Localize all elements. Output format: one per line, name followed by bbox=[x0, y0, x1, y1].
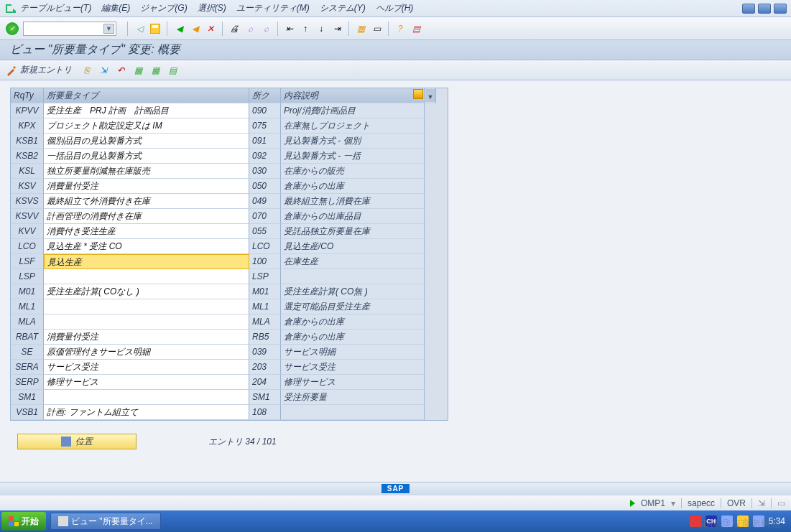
config-icon[interactable]: ▤ bbox=[166, 64, 179, 77]
first-page-icon[interactable]: ⇤ bbox=[283, 22, 296, 35]
help-icon[interactable]: ? bbox=[394, 22, 407, 35]
delete-icon[interactable]: ⇲ bbox=[97, 64, 110, 77]
row-key[interactable]: KSB1 bbox=[11, 134, 44, 149]
row-desc bbox=[281, 405, 425, 420]
row-type[interactable] bbox=[44, 299, 249, 314]
row-key[interactable]: LSP bbox=[11, 269, 44, 284]
menu-select[interactable]: 選択(S) bbox=[198, 2, 226, 14]
toggle-icon[interactable] bbox=[6, 65, 17, 76]
exit-yellow-icon[interactable]: ◀ bbox=[188, 22, 201, 35]
content-area: RqTy 所要量タイプ 所ク 内容説明 ▲ ▼ KPVV受注生産 PRJ 計画 … bbox=[0, 80, 791, 482]
row-type[interactable]: 修理サービス bbox=[44, 375, 249, 390]
row-type[interactable]: 計画管理の消費付き在庫 bbox=[44, 209, 249, 224]
main-toolbar: ✓ ◁ ◀ ◀ ✕ 🖨 ⌕ ⌕ ⇤ ↑ ↓ ⇥ ▦ ▭ ? ▤ bbox=[0, 17, 791, 40]
row-key[interactable]: MLA bbox=[11, 314, 44, 330]
find-icon[interactable]: ⌕ bbox=[244, 22, 256, 35]
layout-icon[interactable]: ⇲ bbox=[758, 498, 765, 508]
row-key[interactable]: KSL bbox=[11, 164, 44, 179]
shortcut-icon[interactable]: ▭ bbox=[370, 22, 383, 35]
menu-jump[interactable]: ジャンプ(G) bbox=[140, 2, 187, 14]
row-type[interactable]: 一括品目の見込製番方式 bbox=[44, 149, 249, 164]
back-green-icon[interactable]: ◀ bbox=[172, 22, 185, 35]
enter-icon[interactable]: ✓ bbox=[6, 22, 19, 35]
row-type[interactable]: 見込生産 * 受注 CO bbox=[44, 239, 249, 254]
row-type[interactable]: 消費量付受注 bbox=[44, 330, 249, 345]
row-key[interactable]: RBAT bbox=[11, 330, 44, 345]
row-type[interactable] bbox=[44, 390, 249, 405]
row-key[interactable]: SE bbox=[11, 345, 44, 360]
row-key[interactable]: SERP bbox=[11, 375, 44, 390]
vertical-scrollbar[interactable]: ▲ ▼ bbox=[425, 88, 436, 103]
new-session-icon[interactable]: ▦ bbox=[354, 22, 367, 35]
menu-tableview[interactable]: テーブルビュー(T) bbox=[20, 2, 91, 14]
row-key[interactable]: KSV bbox=[11, 179, 44, 194]
row-key[interactable]: LSF bbox=[11, 254, 44, 269]
back-icon[interactable]: ◁ bbox=[133, 22, 146, 35]
new-entries-button[interactable]: 新規エントリ bbox=[20, 64, 72, 76]
save-icon[interactable] bbox=[149, 22, 162, 35]
select-all-icon[interactable]: ▦ bbox=[131, 64, 144, 77]
options-icon[interactable]: ▭ bbox=[777, 498, 785, 508]
minimize-button[interactable] bbox=[742, 4, 755, 14]
row-type[interactable]: 見込生産 bbox=[44, 254, 249, 269]
page-title: ビュー "所要量タイプ" 変更: 概要 bbox=[0, 40, 791, 60]
session-indicator-icon[interactable] bbox=[630, 500, 635, 507]
row-type[interactable]: 受注生産 PRJ 計画 計画品目 bbox=[44, 103, 249, 118]
row-key[interactable]: LCO bbox=[11, 239, 44, 254]
row-type[interactable]: 消費付き受注生産 bbox=[44, 224, 249, 239]
row-type[interactable]: 原価管理付きサービス明細 bbox=[44, 345, 249, 360]
row-key[interactable]: KSVV bbox=[11, 209, 44, 224]
row-key[interactable]: SM1 bbox=[11, 390, 44, 405]
close-button[interactable] bbox=[774, 4, 787, 14]
cancel-red-icon[interactable]: ✕ bbox=[204, 22, 217, 35]
menu-utilities[interactable]: ユーティリティ(M) bbox=[236, 2, 310, 14]
row-key[interactable]: ML1 bbox=[11, 299, 44, 314]
menu-edit[interactable]: 編集(E) bbox=[101, 2, 130, 14]
col-header-type[interactable]: 所要量タイプ bbox=[44, 88, 249, 103]
command-field[interactable] bbox=[23, 22, 116, 36]
row-type[interactable]: 消費量付受注 bbox=[44, 179, 249, 194]
row-type[interactable]: 個別品目の見込製番方式 bbox=[44, 134, 249, 149]
row-type[interactable] bbox=[44, 314, 249, 330]
next-page-icon[interactable]: ↓ bbox=[315, 22, 328, 35]
row-type[interactable] bbox=[44, 269, 249, 284]
prev-page-icon[interactable]: ↑ bbox=[299, 22, 312, 35]
start-button[interactable]: 开始 bbox=[1, 512, 46, 531]
row-class: M01 bbox=[249, 284, 281, 299]
position-icon bbox=[61, 437, 71, 447]
row-desc: 倉庫からの出庫 bbox=[281, 179, 425, 194]
last-page-icon[interactable]: ⇥ bbox=[330, 22, 343, 35]
row-type[interactable]: 受注生産計算( COなし ) bbox=[44, 284, 249, 299]
col-header-desc[interactable]: 内容説明 bbox=[281, 88, 425, 103]
client-id: sapecc bbox=[688, 498, 715, 508]
row-class: 055 bbox=[249, 224, 281, 239]
column-settings-icon[interactable] bbox=[413, 89, 423, 99]
row-key[interactable]: KPVV bbox=[11, 103, 44, 118]
menu-system[interactable]: システム(Y) bbox=[320, 2, 366, 14]
col-header-class[interactable]: 所ク bbox=[249, 88, 281, 103]
maximize-button[interactable] bbox=[758, 4, 771, 14]
col-header-rqty[interactable]: RqTy bbox=[11, 88, 44, 103]
row-key[interactable]: VSB1 bbox=[11, 405, 44, 420]
row-type[interactable]: 最終組立て外消費付き在庫 bbox=[44, 194, 249, 209]
position-button[interactable]: 位置 bbox=[17, 434, 137, 449]
row-type[interactable]: プロジェクト勘定設定又は IM bbox=[44, 118, 249, 134]
undo-icon[interactable]: ↶ bbox=[114, 64, 127, 77]
scroll-down-icon[interactable]: ▼ bbox=[425, 92, 435, 102]
copy-icon[interactable]: ⎘ bbox=[80, 64, 93, 77]
row-key[interactable]: KSB2 bbox=[11, 149, 44, 164]
row-key[interactable]: KVV bbox=[11, 224, 44, 239]
row-type[interactable]: 計画: ファントム組立て bbox=[44, 405, 249, 420]
menu-help[interactable]: ヘルプ(H) bbox=[376, 2, 414, 14]
row-type[interactable]: 独立所要量削減無在庫販売 bbox=[44, 164, 249, 179]
deselect-all-icon[interactable]: ▦ bbox=[149, 64, 162, 77]
print-icon[interactable]: 🖨 bbox=[228, 22, 241, 35]
row-key[interactable]: KSVS bbox=[11, 194, 44, 209]
taskbar-item-sap[interactable]: ビュー "所要量タイ... bbox=[50, 513, 161, 530]
row-type[interactable]: サービス受注 bbox=[44, 360, 249, 375]
row-key[interactable]: KPX bbox=[11, 118, 44, 134]
find-next-icon[interactable]: ⌕ bbox=[259, 22, 272, 35]
row-key[interactable]: M01 bbox=[11, 284, 44, 299]
customize-icon[interactable]: ▤ bbox=[410, 22, 422, 35]
row-key[interactable]: SERA bbox=[11, 360, 44, 375]
